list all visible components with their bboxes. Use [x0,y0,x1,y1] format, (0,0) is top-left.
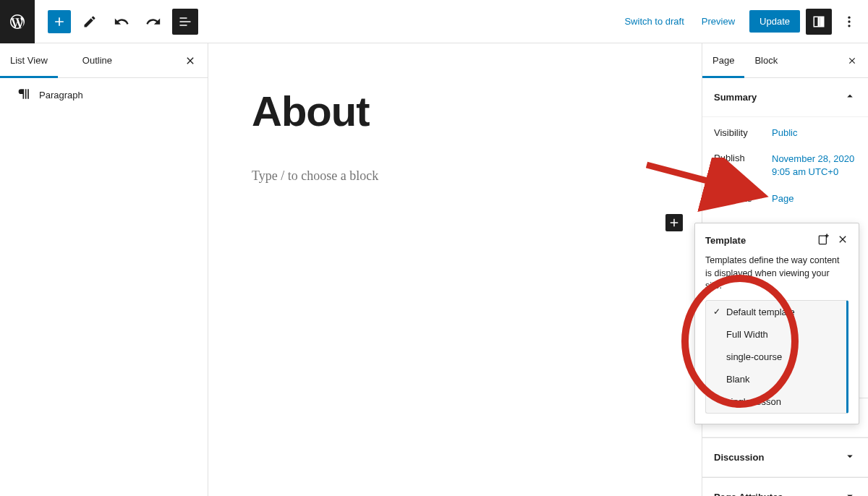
visibility-value[interactable]: Public [772,127,856,138]
svg-point-1 [848,16,850,18]
editor-canvas[interactable]: About Type / to choose a block [208,43,702,496]
list-item-paragraph[interactable]: Paragraph [0,78,208,112]
template-option[interactable]: single-course [706,346,846,368]
block-placeholder[interactable]: Type / to choose a block [252,168,658,184]
svg-point-3 [848,25,850,27]
tab-list-view[interactable]: List View [0,43,58,78]
close-list-view-button[interactable] [182,52,199,69]
popover-title: Template [705,235,811,246]
chevron-down-icon [843,489,856,496]
chevron-down-icon [843,450,856,465]
template-option[interactable]: Default template [706,301,846,323]
publish-label: Publish [714,153,772,163]
close-settings-button[interactable] [843,52,861,69]
section-discussion-header[interactable]: Discussion [702,437,868,477]
update-button[interactable]: Update [749,10,800,33]
list-item-label: Paragraph [39,90,83,101]
page-title[interactable]: About [252,87,658,135]
template-value[interactable]: Page [772,193,856,204]
add-block-button[interactable] [48,10,71,33]
template-popover: Template Templates define the way conten… [694,223,859,424]
template-option[interactable]: Full Width [706,323,846,346]
undo-icon[interactable] [109,9,135,35]
section-title: Discussion [714,452,764,463]
paragraph-icon [17,87,32,103]
list-view-panel: List View Outline Paragraph [0,43,208,496]
settings-panel-toggle[interactable] [806,9,832,35]
publish-value[interactable]: November 28, 2020 9:05 am UTC+0 [772,153,856,179]
tab-page[interactable]: Page [702,43,744,78]
popover-description: Templates define the way content is disp… [695,255,859,300]
template-option[interactable]: single-lesson [706,390,846,413]
more-options-button[interactable] [836,9,862,35]
chevron-up-icon [843,90,856,105]
template-option[interactable]: Blank [706,368,846,390]
close-popover-button[interactable] [837,234,848,247]
template-dropdown[interactable]: Default template Full Width single-cours… [705,300,848,414]
section-page-attributes-header[interactable]: Page Attributes [702,477,868,496]
section-title: Page Attributes [714,492,783,496]
new-template-icon[interactable] [817,232,831,249]
tab-block[interactable]: Block [744,43,788,78]
switch-to-draft-link[interactable]: Switch to draft [616,10,692,33]
section-summary-header[interactable]: Summary [702,78,868,117]
section-title: Summary [714,92,757,103]
visibility-label: Visibility [714,127,772,138]
list-view-toggle-icon[interactable] [172,9,198,35]
tab-outline[interactable]: Outline [72,43,122,78]
svg-rect-4 [819,236,826,244]
wordpress-logo[interactable] [0,0,35,43]
redo-icon[interactable] [140,9,166,35]
svg-rect-0 [820,17,824,26]
preview-link[interactable]: Preview [693,10,744,33]
svg-point-2 [848,20,850,22]
inline-add-block-button[interactable] [665,214,683,231]
edit-icon[interactable] [77,9,103,35]
template-label: Template [714,193,772,204]
